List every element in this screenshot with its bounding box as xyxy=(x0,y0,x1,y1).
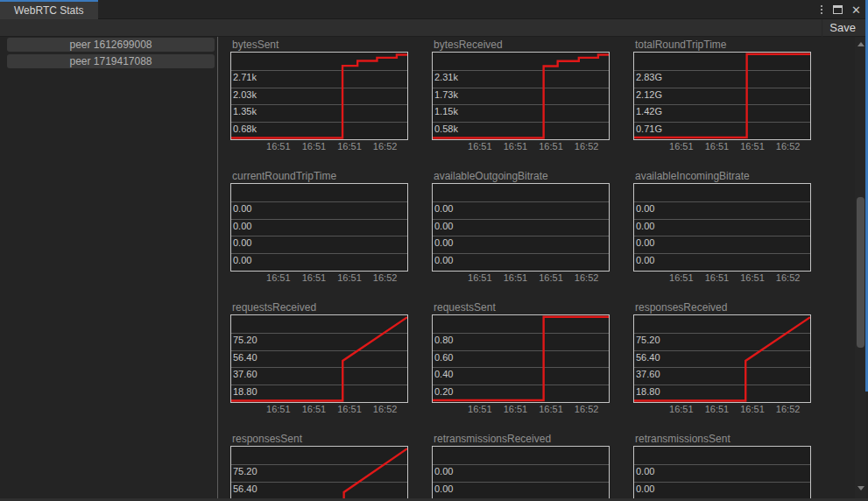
chart-x-label: 16:51 xyxy=(539,141,563,152)
chart-x-label: 16:51 xyxy=(705,141,730,152)
chart-title: retransmissionsSent xyxy=(635,434,835,445)
chart-title: retransmissionsReceived xyxy=(434,434,633,445)
peer-button-1[interactable]: peer 1612699008 xyxy=(7,38,215,52)
chart-x-axis-labels: 16:5116:5116:5116:52 xyxy=(432,404,610,415)
chart-plot-area: 75.2056.4037.6018.80 xyxy=(230,446,408,501)
chart-x-axis-labels: 16:5116:5116:5116:52 xyxy=(432,272,610,284)
chart-title: totalRoundTripTime xyxy=(635,39,835,51)
chart-x-axis-labels: 16:5116:5116:5116:52 xyxy=(230,141,408,152)
chart-x-axis-labels: 16:5116:5116:5116:52 xyxy=(230,404,408,415)
chart-x-label: 16:51 xyxy=(337,404,362,415)
close-icon[interactable]: ✕ xyxy=(851,4,861,16)
chart-x-label: 16:51 xyxy=(539,404,563,415)
chart-x-label: 16:51 xyxy=(539,272,563,284)
chart-responsesReceived: responsesReceived 75.2056.4037.6018.80 1… xyxy=(633,301,835,433)
chart-x-label: 16:51 xyxy=(669,141,694,152)
chart-availableIncomingBitrate: availableIncomingBitrate 0.000.000.000.0… xyxy=(633,170,835,301)
window-menu-icon[interactable] xyxy=(819,4,824,16)
chart-line xyxy=(231,447,407,501)
chart-plot-area: 2.71k2.03k1.35k0.68k xyxy=(230,52,408,140)
chart-x-label: 16:51 xyxy=(504,141,528,152)
chart-x-label: 16:51 xyxy=(266,404,291,415)
chart-x-label: 16:52 xyxy=(373,404,398,415)
chart-line xyxy=(634,447,810,501)
chart-x-label: 16:51 xyxy=(468,272,492,284)
chart-x-label: 16:52 xyxy=(776,141,801,152)
charts-grid: bytesSent 2.71k2.03k1.35k0.68k 16:5116:5… xyxy=(219,39,835,501)
tab-webrtc-stats[interactable]: WebRTC Stats xyxy=(0,0,98,19)
chart-plot-area: 0.800.600.400.20 xyxy=(432,314,610,403)
chart-x-label: 16:51 xyxy=(468,404,492,415)
chart-line xyxy=(433,184,609,271)
chart-x-label: 16:51 xyxy=(266,141,291,152)
chart-line xyxy=(433,447,609,501)
chart-requestsReceived: requestsReceived 75.2056.4037.6018.80 16… xyxy=(230,301,432,433)
chart-title: availableOutgoingBitrate xyxy=(434,171,633,182)
chart-currentRoundTripTime: currentRoundTripTime 0.000.000.000.00 16… xyxy=(230,170,432,301)
chart-plot-area: 0.000.000.000.00 xyxy=(432,446,610,501)
toolbar: Save xyxy=(0,19,868,37)
chart-plot-area: 0.000.000.000.00 xyxy=(633,183,811,272)
save-button[interactable]: Save xyxy=(822,19,863,37)
chart-line xyxy=(634,184,810,271)
chart-x-label: 16:52 xyxy=(575,404,599,415)
chart-plot-area: 2.31k1.73k1.15k0.58k xyxy=(432,52,610,140)
chart-x-label: 16:51 xyxy=(705,272,730,284)
chart-retransmissionsSent: retransmissionsSent 0.000.000.000.00 16:… xyxy=(633,433,835,501)
chart-plot-area: 0.000.000.000.00 xyxy=(633,446,811,501)
chart-line xyxy=(433,53,609,139)
chart-plot-area: 0.000.000.000.00 xyxy=(230,183,408,272)
chart-x-label: 16:52 xyxy=(776,404,801,415)
chart-x-label: 16:52 xyxy=(373,141,398,152)
chart-line xyxy=(231,53,407,139)
chart-x-label: 16:51 xyxy=(302,404,327,415)
chart-requestsSent: requestsSent 0.800.600.400.20 16:5116:51… xyxy=(432,301,633,433)
chart-x-label: 16:51 xyxy=(504,272,528,284)
chart-x-label: 16:52 xyxy=(373,272,398,284)
chart-x-label: 16:51 xyxy=(337,272,362,284)
chart-responsesSent: responsesSent 75.2056.4037.6018.80 16:51… xyxy=(230,433,432,501)
chart-title: bytesSent xyxy=(232,39,432,51)
chart-plot-area: 2.83G2.12G1.42G0.71G xyxy=(633,52,811,140)
chart-x-label: 16:51 xyxy=(266,272,291,284)
chart-x-label: 16:51 xyxy=(468,141,492,152)
chart-title: currentRoundTripTime xyxy=(232,171,432,182)
chart-x-label: 16:52 xyxy=(575,272,599,284)
chart-title: bytesReceived xyxy=(434,39,633,51)
chart-x-label: 16:51 xyxy=(302,141,327,152)
scroll-up-icon[interactable] xyxy=(857,42,864,46)
scrollbar-thumb[interactable] xyxy=(857,197,864,348)
chart-bytesSent: bytesSent 2.71k2.03k1.35k0.68k 16:5116:5… xyxy=(230,39,432,170)
chart-title: requestsSent xyxy=(434,302,633,314)
maximize-icon[interactable] xyxy=(833,5,843,14)
chart-x-label: 16:51 xyxy=(504,404,528,415)
chart-plot-area: 75.2056.4037.6018.80 xyxy=(633,314,811,403)
chart-line xyxy=(231,315,407,402)
chart-x-label: 16:51 xyxy=(740,404,765,415)
scroll-down-icon[interactable] xyxy=(857,486,864,490)
chart-x-label: 16:51 xyxy=(669,272,694,284)
chart-title: responsesReceived xyxy=(635,302,835,314)
chart-x-label: 16:51 xyxy=(740,272,765,284)
chart-x-label: 16:52 xyxy=(575,141,599,152)
chart-x-label: 16:51 xyxy=(740,141,765,152)
chart-x-label: 16:51 xyxy=(669,404,694,415)
chart-plot-area: 0.000.000.000.00 xyxy=(432,183,610,272)
peer-list-panel: peer 1612699008 peer 1719417088 xyxy=(0,37,218,501)
chart-totalRoundTripTime: totalRoundTripTime 2.83G2.12G1.42G0.71G … xyxy=(633,39,835,170)
chart-plot-area: 75.2056.4037.6018.80 xyxy=(230,314,408,403)
window-controls: ✕ xyxy=(819,0,861,19)
chart-title: availableIncomingBitrate xyxy=(635,171,835,182)
chart-x-label: 16:52 xyxy=(776,272,801,284)
peer-button-2[interactable]: peer 1719417088 xyxy=(7,54,215,68)
chart-x-axis-labels: 16:5116:5116:5116:52 xyxy=(633,404,811,415)
titlebar: WebRTC Stats ✕ xyxy=(0,0,868,19)
chart-x-axis-labels: 16:5116:5116:5116:52 xyxy=(230,272,408,284)
chart-retransmissionsReceived: retransmissionsReceived 0.000.000.000.00… xyxy=(432,433,633,501)
chart-title: responsesSent xyxy=(232,434,432,445)
chart-line xyxy=(634,53,810,139)
charts-scroll-area[interactable]: 16:5116:5116:5116:5216:5116:5116:5116:52… xyxy=(219,37,854,501)
chart-x-axis-labels: 16:5116:5116:5116:52 xyxy=(633,272,811,284)
chart-title: requestsReceived xyxy=(232,302,432,314)
chart-bytesReceived: bytesReceived 2.31k1.73k1.15k0.58k 16:51… xyxy=(432,39,633,170)
